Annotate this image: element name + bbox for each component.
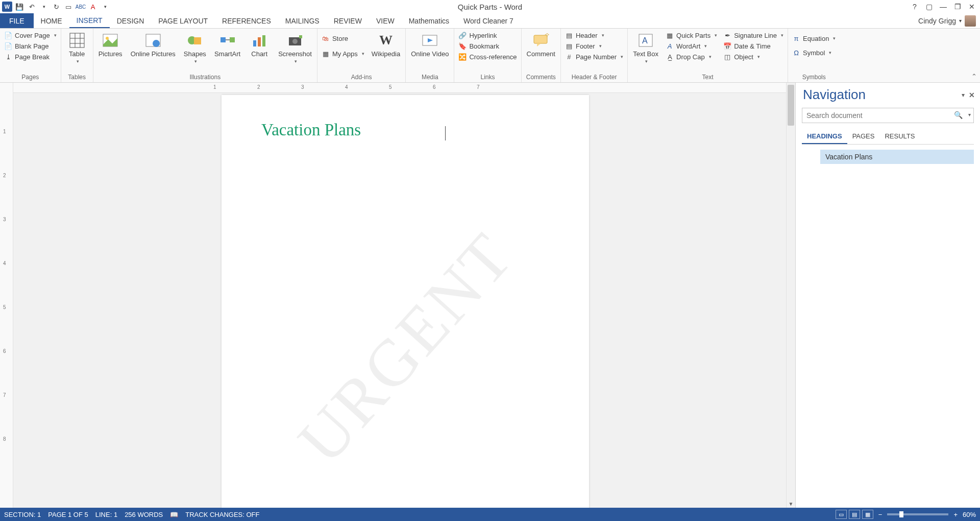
navpane-options-icon[interactable]: ▾ (962, 91, 965, 99)
proofing-icon[interactable]: 📖 (170, 511, 178, 518)
status-page[interactable]: PAGE 1 OF 5 (48, 511, 88, 518)
undo-dropdown-icon[interactable]: ▾ (39, 2, 49, 12)
word-app-icon[interactable]: W (2, 2, 12, 12)
tab-design[interactable]: DESIGN (110, 13, 152, 28)
quickparts-button[interactable]: ▦Quick Parts (665, 31, 718, 40)
tab-page-layout[interactable]: PAGE LAYOUT (151, 13, 215, 28)
user-account[interactable]: Cindy Grigg ▾ (918, 13, 980, 28)
scrollbar-thumb[interactable] (788, 85, 794, 126)
status-line[interactable]: LINE: 1 (95, 511, 117, 518)
object-button[interactable]: ◫Object (722, 52, 785, 61)
navpane-close-icon[interactable]: ✕ (969, 91, 975, 99)
hyperlink-icon: 🔗 (458, 31, 467, 39)
read-mode-icon[interactable]: ▭ (836, 510, 847, 519)
undo-icon[interactable]: ↶ (27, 2, 37, 12)
save-icon[interactable]: 💾 (14, 2, 24, 12)
vertical-ruler: 12345678 (0, 83, 13, 508)
group-symbols: πEquation ΩSymbol Symbols (788, 29, 840, 82)
online-pictures-button[interactable]: Online Pictures (129, 31, 178, 59)
crossref-button[interactable]: 🔀Cross-reference (457, 52, 518, 61)
help-icon[interactable]: ? (910, 2, 920, 12)
hyperlink-button[interactable]: 🔗Hyperlink (457, 31, 518, 40)
tab-references[interactable]: REFERENCES (215, 13, 278, 28)
status-section[interactable]: SECTION: 1 (4, 511, 41, 518)
shapes-button[interactable]: Shapes (182, 31, 208, 65)
store-label: Store (332, 35, 348, 42)
page-number-button[interactable]: #Page Number (564, 52, 624, 61)
nav-tab-pages[interactable]: PAGES (847, 129, 880, 144)
minimize-icon[interactable]: — (938, 2, 948, 12)
textbox-button[interactable]: AText Box (631, 31, 660, 65)
svg-rect-15 (258, 37, 261, 46)
collapse-ribbon-icon[interactable]: ⌃ (971, 73, 977, 80)
avatar-icon (965, 15, 976, 27)
zoom-in-icon[interactable]: + (953, 511, 958, 518)
table-button[interactable]: Table (64, 31, 90, 65)
equation-button[interactable]: πEquation (791, 34, 837, 43)
screenshot-label: Screenshot (278, 50, 312, 58)
close-icon[interactable]: ✕ (967, 2, 977, 12)
zoom-slider[interactable] (887, 513, 948, 515)
web-layout-icon[interactable]: ▦ (862, 510, 873, 519)
datetime-button[interactable]: 📅Date & Time (722, 41, 785, 51)
search-input[interactable] (802, 108, 974, 123)
zoom-slider-knob[interactable] (899, 511, 903, 517)
tab-insert[interactable]: INSERT (69, 13, 110, 28)
zoom-out-icon[interactable]: − (878, 511, 883, 518)
ribbon-display-icon[interactable]: ▢ (924, 2, 934, 12)
page-break-button[interactable]: ⤓Page Break (3, 52, 58, 61)
ribbon: 📄Cover Page 📄Blank Page ⤓Page Break Page… (0, 29, 980, 83)
tab-word-cleaner-7[interactable]: Word Cleaner 7 (456, 13, 521, 28)
search-dropdown-icon[interactable]: ▾ (968, 112, 971, 117)
document-page[interactable]: URGENT Vacation Plans (222, 95, 589, 508)
bookmark-button[interactable]: 🔖Bookmark (457, 41, 518, 51)
tab-home[interactable]: HOME (34, 13, 69, 28)
file-tab[interactable]: FILE (0, 13, 34, 28)
smartart-button[interactable]: SmartArt (212, 31, 242, 59)
nav-tab-headings[interactable]: HEADINGS (802, 129, 847, 144)
wordart-button[interactable]: AWordArt (665, 41, 718, 51)
nav-heading-item[interactable]: Vacation Plans (820, 150, 974, 164)
footer-button[interactable]: ▤Footer (564, 41, 624, 51)
signature-button[interactable]: ✒Signature Line (722, 31, 785, 40)
document-area[interactable]: 1234567 URGENT Vacation Plans (13, 83, 786, 508)
qat-customize-icon[interactable]: ▾ (100, 2, 110, 12)
myapps-button[interactable]: ▦My Apps (321, 49, 365, 58)
header-button[interactable]: ▤Header (564, 31, 624, 40)
hruler-tick: 4 (345, 84, 348, 90)
qat-icon[interactable]: ▭ (63, 2, 74, 12)
symbol-button[interactable]: ΩSymbol (791, 48, 837, 57)
svg-text:✧: ✧ (544, 33, 549, 39)
cover-page-button[interactable]: 📄Cover Page (3, 31, 58, 40)
status-track-changes[interactable]: TRACK CHANGES: OFF (185, 511, 259, 518)
group-headerfooter: ▤Header ▤Footer #Page Number Header & Fo… (561, 29, 628, 82)
tab-mathematics[interactable]: Mathematics (402, 13, 456, 28)
hyperlink-label: Hyperlink (469, 32, 497, 39)
store-button[interactable]: 🛍Store (321, 34, 365, 43)
crossref-icon: 🔀 (458, 53, 467, 61)
vertical-scrollbar[interactable]: ▼ (786, 83, 795, 508)
dropcap-button[interactable]: A̲Drop Cap (665, 52, 718, 61)
svg-text:A: A (642, 36, 648, 45)
document-heading[interactable]: Vacation Plans (261, 121, 361, 139)
tab-review[interactable]: REVIEW (327, 13, 369, 28)
spelling-icon[interactable]: ABC (76, 2, 86, 12)
screenshot-button[interactable]: Screenshot (276, 31, 314, 65)
chart-button[interactable]: Chart (247, 31, 272, 59)
wikipedia-button[interactable]: WWikipedia (370, 31, 402, 59)
online-video-button[interactable]: Online Video (409, 31, 451, 59)
search-icon[interactable]: 🔍 (954, 111, 963, 119)
status-words[interactable]: 256 WORDS (125, 511, 163, 518)
print-layout-icon[interactable]: ▤ (849, 510, 860, 519)
blank-page-button[interactable]: 📄Blank Page (3, 41, 58, 51)
zoom-level[interactable]: 60% (963, 511, 976, 518)
tab-view[interactable]: VIEW (369, 13, 402, 28)
font-color-icon[interactable]: A (88, 2, 98, 12)
pictures-button[interactable]: Pictures (96, 31, 125, 59)
nav-tab-results[interactable]: RESULTS (879, 129, 920, 144)
tab-mailings[interactable]: MAILINGS (278, 13, 327, 28)
repeat-icon[interactable]: ↻ (51, 2, 61, 12)
restore-icon[interactable]: ❐ (952, 2, 963, 12)
comment-button[interactable]: ✧Comment (525, 31, 557, 59)
scroll-down-icon[interactable]: ▼ (787, 501, 795, 507)
